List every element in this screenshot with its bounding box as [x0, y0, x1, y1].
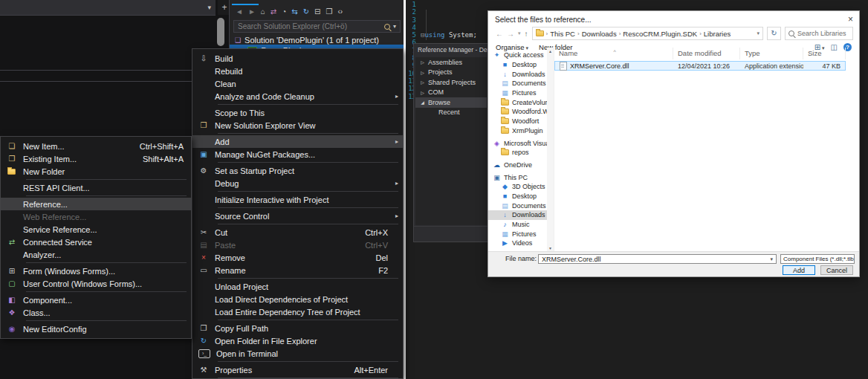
rm-projects[interactable]: ▷ Projects — [415, 68, 487, 78]
menu-item-debug[interactable]: Debug ▸ — [192, 177, 403, 190]
nav-music[interactable]: ♪ Music — [488, 220, 554, 230]
submenu-item-component[interactable]: ◧ Component... — [1, 294, 191, 306]
submenu-item-new-folder[interactable]: New Folder — [1, 165, 191, 178]
rm-recent[interactable]: Recent — [415, 108, 487, 118]
submenu-item-rest-api-client[interactable]: REST API Client... — [1, 181, 191, 194]
nav-microsoft-visual-studio[interactable]: ◈ Microsoft Visual S — [488, 138, 554, 148]
rm-com[interactable]: ▷ COM — [415, 88, 487, 98]
menu-item-manage-nuget-packages[interactable]: ▣ Manage NuGet Packages... — [192, 148, 403, 161]
menu-item-initialize-interactive-with-project[interactable]: Initialize Interactive with Project — [192, 193, 403, 206]
menu-item-rebuild[interactable]: Rebuild — [192, 65, 403, 77]
rm-assemblies[interactable]: ▷ Assemblies — [415, 57, 487, 68]
submenu-item-new-item[interactable]: ❏ New Item... Ctrl+Shift+A — [1, 140, 191, 152]
submenu-item-connected-service[interactable]: ⇄ Connected Service — [1, 236, 191, 248]
breadcrumb-segment[interactable]: ›Libraries — [699, 30, 731, 38]
nav-documents-pinned[interactable]: ▤ Documents — [488, 79, 554, 88]
back-icon[interactable]: ◄ — [236, 7, 243, 16]
submenu-item-web-reference[interactable]: Web Reference... — [1, 210, 191, 223]
rm-shared-projects[interactable]: ▷ Shared Projects — [415, 77, 487, 88]
column-header-date[interactable]: Date modified — [673, 48, 740, 59]
menu-item-unload-project[interactable]: Unload Project — [192, 280, 403, 293]
submenu-item[interactable] — [26, 262, 187, 263]
menu-item-clean[interactable]: Clean — [192, 77, 403, 90]
menu-item-open-folder-in-file-explorer[interactable]: ↻ Open Folder in File Explorer — [192, 334, 403, 347]
nav-folder-xrmplugin[interactable]: XrmPlugin — [488, 126, 554, 136]
menu-item-source-control[interactable]: Source Control ▸ — [192, 210, 403, 222]
submenu-item-form-windows-forms[interactable]: ⊞ Form (Windows Forms)... — [1, 265, 191, 277]
menu-item-load-direct-dependencies[interactable]: Load Direct Dependencies of Project — [192, 293, 403, 305]
nav-desktop-pinned[interactable]: ■ Desktop — [488, 60, 554, 70]
submenu-item-service-reference[interactable]: Service Reference... — [1, 223, 191, 236]
submenu-item[interactable] — [26, 320, 187, 321]
properties-icon[interactable]: ❐ — [326, 7, 332, 16]
menu-item[interactable] — [218, 207, 398, 208]
nav-folder-woodford-web[interactable]: Woodford.Web.I — [488, 107, 554, 117]
submenu-item[interactable] — [26, 291, 187, 292]
dialog-search-box[interactable]: Search Libraries — [785, 27, 853, 40]
refresh-icon[interactable]: ↻ — [767, 27, 781, 40]
column-header-size[interactable]: Size — [803, 48, 846, 59]
menu-item-add[interactable]: Add ▸ — [192, 135, 403, 148]
menu-item[interactable] — [218, 278, 398, 279]
menu-item[interactable] — [218, 224, 398, 224]
sync-with-active-document-icon[interactable]: ⇄ — [271, 7, 276, 16]
nav-quick-access[interactable]: ✦ Quick access — [488, 51, 554, 60]
collapse-all-icon[interactable]: ⊟ — [314, 7, 320, 16]
menu-item-cut[interactable]: ✂ Cut Ctrl+X — [192, 226, 403, 239]
history-caret-icon[interactable]: ▾ — [518, 30, 521, 36]
submenu-item[interactable] — [26, 179, 187, 180]
refresh-icon[interactable]: ↻ — [303, 7, 309, 16]
menu-item-set-as-startup-project[interactable]: ⚙ Set as Startup Project — [192, 164, 403, 177]
rm-browse[interactable]: ◢ Browse — [415, 97, 487, 108]
nav-desktop[interactable]: ■ Desktop — [488, 192, 554, 201]
breadcrumb-segment[interactable]: ›This PC — [546, 30, 575, 38]
menu-item-open-in-terminal[interactable]: ›_ Open in Terminal — [192, 347, 403, 360]
up-icon[interactable]: ↑ — [525, 30, 528, 38]
menu-item[interactable] — [218, 162, 398, 163]
nav-downloads-pinned[interactable]: ↓ Downloads — [488, 69, 554, 79]
breadcrumb-segment[interactable]: ›RescoCRM.Plugin.SDK — [619, 30, 697, 38]
scroll-up-icon[interactable]: ▲ — [548, 49, 552, 54]
menu-item-new-solution-explorer-view[interactable]: ❐ New Solution Explorer View — [192, 119, 403, 132]
breadcrumb[interactable]: ›This PC ›Downloads ›RescoCRM.Plugin.SDK… — [532, 27, 763, 40]
menu-item-paste[interactable]: ▤ Paste Ctrl+V — [192, 239, 403, 251]
menu-item[interactable] — [218, 361, 398, 362]
nav-pictures-pinned[interactable]: ▦ Pictures — [488, 88, 554, 98]
cancel-button[interactable]: Cancel — [820, 265, 853, 275]
chevron-down-icon[interactable]: ▾ — [770, 256, 773, 262]
editor-dropdown-bar[interactable]: ▾ — [0, 0, 216, 16]
chevron-down-icon[interactable]: ▾ — [207, 4, 216, 11]
chevron-down-icon[interactable]: ▾ — [757, 30, 760, 36]
nav-onedrive[interactable]: ☁ OneDrive — [488, 161, 554, 170]
submenu-item-new-editorconfig[interactable]: ◉ New EditorConfig — [1, 323, 191, 335]
forward-icon[interactable]: ► — [248, 7, 256, 16]
editor-scrollbar-thumb[interactable] — [217, 18, 224, 46]
scroll-down-icon[interactable]: ▼ — [548, 246, 552, 250]
menu-item-properties[interactable]: ⚒ Properties Alt+Enter — [192, 363, 403, 376]
nav-3d-objects[interactable]: ◆ 3D Objects — [488, 182, 554, 192]
switch-views-icon[interactable]: ⇆ — [291, 7, 297, 16]
submenu-item-class[interactable]: ❖ Class... — [1, 306, 191, 319]
nav-videos[interactable]: ▶ Videos — [488, 239, 554, 248]
column-header-type[interactable]: Type — [740, 48, 803, 59]
home-icon[interactable]: ⌂ — [261, 7, 265, 16]
breadcrumb-segment[interactable]: ›Downloads — [577, 30, 617, 38]
menu-item-remove[interactable]: × Remove Del — [192, 251, 403, 264]
submenu-item-analyzer[interactable]: Analyzer... — [1, 248, 191, 261]
nav-scrollbar[interactable]: ▲ ▼ — [547, 48, 554, 252]
file-name-input[interactable]: XRMServer.Core.dll ▾ — [538, 254, 777, 264]
chevron-down-icon[interactable]: ▾ — [393, 23, 396, 30]
preview-code-icon[interactable]: ‹› — [337, 7, 343, 16]
menu-item-rename[interactable]: ▭ Rename F2 — [192, 264, 403, 276]
menu-item[interactable] — [218, 104, 398, 105]
menu-item-scope-to-this[interactable]: Scope to This — [192, 106, 403, 119]
file-type-select[interactable]: Component Files (*.dll;*.tlb;*.ol ▾ — [780, 254, 855, 264]
nav-folder-repos[interactable]: repos — [488, 148, 554, 158]
menu-item-analyze-and-code-cleanup[interactable]: Analyze and Code Cleanup ▸ — [192, 90, 403, 103]
nav-downloads[interactable]: ↓ Downloads — [488, 210, 554, 220]
file-row-selected[interactable]: XRMServer.Core.dll 12/04/2021 10:26 Appl… — [554, 61, 846, 71]
submenu-item-user-control-windows-forms[interactable]: ▢ User Control (Windows Forms)... — [1, 277, 191, 290]
column-header-name[interactable]: Name^ — [554, 48, 673, 59]
solution-node[interactable]: ❑ Solution 'DemoPlugin' (1 of 1 project) — [230, 35, 404, 45]
nav-documents[interactable]: ▤ Documents — [488, 201, 554, 210]
